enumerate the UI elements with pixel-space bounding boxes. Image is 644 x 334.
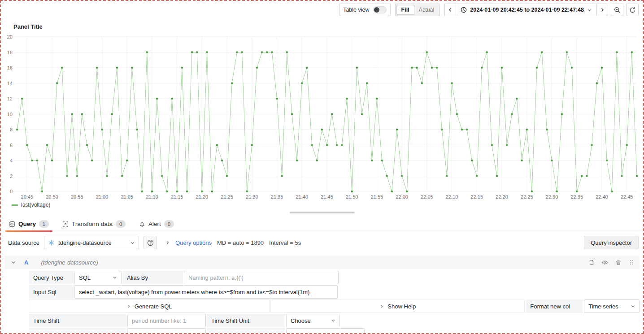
svg-text:21:00: 21:00	[96, 194, 109, 200]
grafana-panel-editor: Table view Fill Actual 2024-01-09 20:42:…	[0, 0, 644, 334]
svg-text:16: 16	[7, 65, 13, 70]
svg-text:8: 8	[10, 127, 13, 132]
svg-text:0: 0	[10, 189, 13, 194]
svg-text:21:35: 21:35	[271, 194, 283, 200]
show-help-collapse[interactable]: Show Help	[270, 299, 525, 313]
svg-text:10: 10	[7, 112, 13, 117]
refresh-icon	[629, 7, 636, 13]
datasource-help-button[interactable]	[144, 236, 157, 249]
tab-alert-badge: 0	[164, 220, 174, 228]
duplicate-query-button[interactable]	[588, 259, 594, 265]
time-series-chart[interactable]: 0246810121416182020:4520:5020:5521:0021:…	[4, 31, 640, 201]
query-row-actions	[588, 259, 634, 266]
svg-text:22:40: 22:40	[596, 194, 608, 200]
svg-text:20:50: 20:50	[46, 194, 58, 200]
svg-text:22:45: 22:45	[621, 194, 633, 200]
fill-button[interactable]: Fill	[396, 5, 414, 15]
tab-transform-data[interactable]: Transform data 0	[61, 220, 126, 232]
datasource-picker[interactable]: tdengine-datasource	[44, 236, 139, 249]
query-options-md: MD = auto = 1890	[217, 239, 264, 246]
svg-text:20:45: 20:45	[21, 194, 34, 200]
table-view-toggle-group: Table view	[339, 4, 390, 16]
time-shift-unit-value: Choose	[291, 317, 331, 324]
form-row-input-sql: Input Sql	[29, 285, 640, 299]
input-sql-input[interactable]	[74, 285, 338, 299]
format-select[interactable]: Time series	[584, 299, 640, 313]
switch-knob	[374, 7, 379, 13]
time-range-picker[interactable]: 2024-01-09 20:42:45 to 2024-01-09 22:47:…	[456, 4, 597, 16]
chevron-down-icon[interactable]	[11, 260, 16, 265]
zoom-out-icon	[614, 7, 621, 13]
time-range-text: 2024-01-09 20:42:45 to 2024-01-09 22:47:…	[470, 7, 584, 13]
chevron-right-icon	[126, 304, 131, 308]
legend-series-label[interactable]: last(voltage)	[21, 202, 50, 208]
refresh-button[interactable]	[626, 4, 639, 16]
datasource-picker-value: tdengine-datasource	[58, 239, 126, 246]
svg-text:12: 12	[7, 96, 13, 101]
query-editor-card: A (tdengine-datasource) Query T	[4, 256, 640, 334]
chevron-down-icon	[631, 304, 635, 308]
form-row-group-by: Group By Column(s) Group By Format	[29, 328, 640, 334]
query-type-select[interactable]: SQL	[74, 271, 122, 284]
table-view-switch[interactable]	[373, 6, 387, 13]
chevron-right-icon	[600, 7, 605, 13]
tab-transform-label: Transform data	[72, 221, 113, 227]
generate-sql-label: Generate SQL	[135, 303, 172, 310]
query-type-label: Query Type	[29, 271, 74, 284]
toggle-query-visibility-button[interactable]	[601, 259, 608, 266]
chevron-down-icon	[130, 240, 135, 245]
svg-text:21:20: 21:20	[196, 194, 209, 200]
svg-text:22:10: 22:10	[446, 194, 458, 200]
datasource-row: Data source tdengine-datasource Query op…	[1, 232, 643, 253]
chevron-down-icon	[113, 275, 117, 280]
svg-text:22:30: 22:30	[546, 194, 558, 200]
actual-button[interactable]: Actual	[414, 5, 439, 15]
tab-alert-label: Alert	[148, 221, 161, 227]
database-icon	[9, 221, 15, 227]
query-form: Query Type SQL Alias By Input Sql Genera…	[4, 269, 640, 334]
query-options-cluster: Query options MD = auto = 1890 Interval …	[165, 239, 301, 246]
svg-text:22:35: 22:35	[570, 194, 583, 200]
time-shift-forward-button[interactable]	[596, 4, 608, 16]
input-sql-label: Input Sql	[29, 285, 74, 299]
query-ref-id: A	[24, 259, 28, 266]
tab-alert[interactable]: Alert 0	[138, 220, 175, 232]
svg-text:4: 4	[10, 158, 13, 163]
time-shift-unit-label: Time Shift Unit	[207, 314, 285, 327]
alias-by-input[interactable]	[184, 271, 339, 284]
time-shift-unit-select[interactable]: Choose	[286, 314, 340, 327]
delete-query-button[interactable]	[615, 259, 622, 265]
chevron-right-icon	[379, 304, 384, 308]
svg-text:22:05: 22:05	[421, 194, 433, 200]
query-inspector-button[interactable]: Query inspector	[584, 236, 639, 249]
time-shift-label: Time Shift	[29, 314, 126, 327]
svg-text:2: 2	[10, 174, 13, 179]
svg-text:22:00: 22:00	[396, 194, 408, 200]
alias-by-label: Alias By	[122, 271, 183, 284]
time-shift-input[interactable]	[127, 314, 206, 327]
tab-query-badge: 1	[39, 220, 49, 228]
query-row-header[interactable]: A (tdengine-datasource)	[4, 256, 640, 269]
panel-title[interactable]: Panel Title	[4, 20, 640, 31]
tab-transform-badge: 0	[116, 220, 126, 228]
generate-sql-collapse[interactable]: Generate SQL	[29, 299, 270, 313]
tab-query[interactable]: Query 1	[8, 220, 50, 232]
svg-text:22:25: 22:25	[521, 194, 533, 200]
group-by-format-input[interactable]	[286, 328, 365, 334]
zoom-out-button[interactable]	[611, 4, 623, 16]
drag-handle-icon[interactable]	[629, 259, 634, 265]
query-options-interval: Interval = 5s	[269, 239, 301, 246]
form-row-time-shift: Time Shift Time Shift Unit Choose	[29, 314, 640, 327]
format-value: Time series	[588, 303, 631, 310]
format-new-col-label: Format new col	[526, 299, 583, 313]
editor-tabbar: Query 1 Transform data 0 Alert 0	[1, 215, 643, 232]
svg-text:21:30: 21:30	[246, 194, 258, 200]
datasource-label: Data source	[8, 239, 39, 246]
table-view-label: Table view	[343, 7, 369, 13]
time-shift-back-button[interactable]	[444, 4, 456, 16]
group-by-columns-input[interactable]	[127, 328, 206, 334]
query-options-link[interactable]: Query options	[175, 239, 212, 246]
time-picker-group: 2024-01-09 20:42:45 to 2024-01-09 22:47:…	[444, 4, 608, 16]
pane-resize-handle[interactable]	[290, 212, 355, 213]
help-circle-icon	[147, 239, 154, 246]
